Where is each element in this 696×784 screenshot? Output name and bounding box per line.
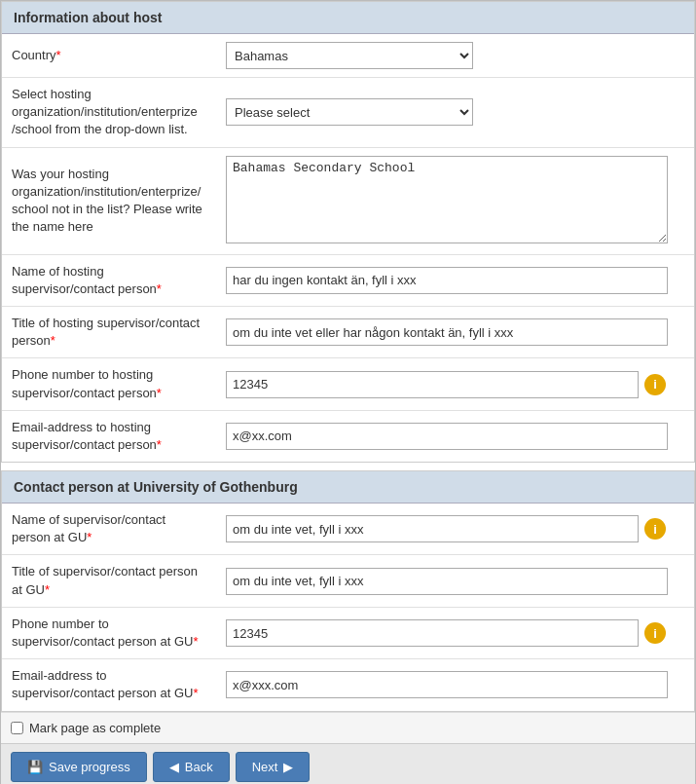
phone-input[interactable] (226, 371, 639, 398)
supervisor-title-label: Title of hosting supervisor/contact pers… (2, 306, 216, 357)
supervisor-title-row: Title of hosting supervisor/contact pers… (2, 306, 694, 357)
section1-title: Information about host (2, 2, 694, 34)
gu-supervisor-name-label: Name of supervisor/contact person at GU* (2, 504, 216, 555)
gu-phone-input[interactable] (226, 619, 639, 647)
section2: Contact person at University of Gothenbu… (1, 470, 695, 712)
gu-supervisor-name-row: Name of supervisor/contact person at GU*… (2, 504, 694, 555)
next-label: Next (252, 760, 278, 774)
country-input-cell: Bahamas Sweden United States (216, 34, 694, 78)
section1: Information about host Country* Bahamas … (1, 1, 695, 463)
mark-complete-label: Mark page as complete (29, 721, 161, 735)
hosting-org-not-listed-label: Was your hosting organization/institutio… (2, 147, 216, 254)
phone-info-icon[interactable]: i (644, 374, 666, 395)
save-label: Save progress (49, 760, 130, 774)
gu-supervisor-name-input[interactable] (226, 515, 639, 542)
footer-bar: 💾 Save progress ◀ Back Next ▶ (1, 743, 695, 784)
gu-email-label: Email-address to supervisor/contact pers… (2, 659, 216, 711)
phone-input-group: i (226, 371, 684, 398)
back-icon: ◀ (169, 760, 179, 774)
gu-supervisor-title-row: Title of supervisor/contact person at GU… (2, 555, 694, 607)
hosting-org-input-cell: Please select Option 1 Option 2 (216, 78, 694, 148)
back-label: Back (185, 760, 213, 774)
supervisor-title-input-cell (216, 306, 694, 357)
gu-supervisor-title-input-cell (216, 555, 694, 607)
phone-row: Phone number to hosting supervisor/conta… (2, 358, 694, 410)
gu-email-row: Email-address to supervisor/contact pers… (2, 659, 694, 711)
gu-supervisor-name-group: i (226, 515, 684, 542)
gu-phone-row: Phone number to supervisor/contact perso… (2, 607, 694, 658)
section2-form: Name of supervisor/contact person at GU*… (2, 504, 694, 711)
supervisor-name-input-cell (216, 254, 694, 306)
supervisor-name-label: Name of hosting supervisor/contact perso… (2, 254, 216, 306)
phone-label: Phone number to hosting supervisor/conta… (2, 358, 216, 410)
gu-phone-input-cell: i (216, 607, 694, 658)
country-select[interactable]: Bahamas Sweden United States (226, 42, 473, 69)
save-icon: 💾 (27, 760, 43, 774)
save-progress-button[interactable]: 💾 Save progress (11, 752, 147, 782)
gu-email-input-cell (216, 659, 694, 711)
supervisor-title-input[interactable] (226, 318, 668, 346)
gu-phone-input-group: i (226, 619, 684, 647)
hosting-org-row: Select hosting organization/institution/… (2, 78, 694, 148)
supervisor-name-row: Name of hosting supervisor/contact perso… (2, 254, 694, 306)
gu-email-input[interactable] (226, 671, 668, 698)
section2-title: Contact person at University of Gothenbu… (2, 471, 694, 504)
country-label: Country* (2, 34, 216, 78)
section1-form: Country* Bahamas Sweden United States Se… (2, 34, 694, 462)
country-row: Country* Bahamas Sweden United States (2, 34, 694, 78)
phone-input-cell: i (216, 358, 694, 410)
email-input[interactable] (226, 423, 668, 450)
hosting-org-select[interactable]: Please select Option 1 Option 2 (226, 98, 473, 126)
hosting-org-label: Select hosting organization/institution/… (2, 78, 216, 148)
gu-supervisor-title-label: Title of supervisor/contact person at GU… (2, 555, 216, 607)
back-button[interactable]: ◀ Back (153, 752, 230, 782)
gu-supervisor-title-input[interactable] (226, 568, 668, 595)
gu-phone-label: Phone number to supervisor/contact perso… (2, 607, 216, 658)
hosting-org-not-listed-input-cell: Bahamas Secondary School (216, 147, 694, 254)
email-input-cell (216, 410, 694, 462)
next-button[interactable]: Next ▶ (236, 752, 311, 782)
gu-phone-info-icon[interactable]: i (644, 622, 666, 644)
next-icon: ▶ (283, 760, 293, 774)
mark-complete-row: Mark page as complete (1, 712, 695, 743)
email-row: Email-address to hosting supervisor/cont… (2, 410, 694, 462)
hosting-org-not-listed-textarea[interactable]: Bahamas Secondary School (226, 156, 668, 243)
gu-supervisor-name-input-cell: i (216, 504, 694, 555)
supervisor-name-input[interactable] (226, 267, 668, 294)
hosting-org-not-listed-row: Was your hosting organization/institutio… (2, 147, 694, 254)
email-label: Email-address to hosting supervisor/cont… (2, 410, 216, 462)
mark-complete-checkbox[interactable] (11, 722, 23, 734)
gu-supervisor-name-info-icon[interactable]: i (644, 518, 666, 540)
